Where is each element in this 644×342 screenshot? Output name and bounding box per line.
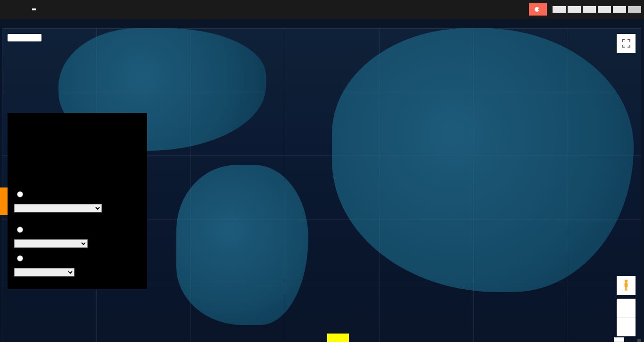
zoom-out-button[interactable] [617, 318, 636, 336]
patreon-icon [535, 7, 539, 12]
sidebar-toggle[interactable] [0, 187, 8, 215]
radio-event[interactable] [17, 227, 23, 233]
radio-event-row[interactable] [14, 226, 140, 234]
bottom-plus-button[interactable] [327, 334, 349, 342]
login-button[interactable] [613, 6, 626, 13]
contact-button[interactable] [583, 6, 596, 13]
become-patron-button[interactable] [529, 3, 547, 16]
header-nav [529, 3, 641, 16]
select-time[interactable] [14, 268, 74, 277]
pegman-control[interactable] [617, 276, 636, 295]
pegman-icon [621, 279, 631, 292]
signup-button[interactable] [628, 6, 641, 13]
radio-object-row[interactable] [14, 190, 140, 198]
zoom-controls [617, 299, 636, 336]
zoom-in-button[interactable] [617, 299, 636, 318]
tab-satellite[interactable] [25, 34, 41, 41]
date-section [24, 8, 36, 10]
fullscreen-button[interactable] [617, 34, 636, 53]
radio-object[interactable] [17, 191, 23, 197]
header-bar [0, 0, 644, 19]
historic-world-date [32, 8, 36, 10]
radio-time[interactable] [17, 255, 23, 261]
svg-rect-1 [625, 283, 628, 287]
sidebar-title [14, 123, 140, 183]
fullscreen-icon [622, 39, 630, 48]
references-button[interactable] [598, 6, 611, 13]
svg-point-0 [625, 280, 627, 283]
sidebar-panel [8, 113, 147, 289]
map-type-tabs [8, 34, 41, 41]
svg-rect-3 [627, 287, 627, 291]
tutorial-button[interactable] [553, 6, 566, 13]
svg-rect-2 [625, 287, 626, 291]
radio-time-row[interactable] [14, 254, 140, 262]
about-button[interactable] [568, 6, 581, 13]
hp-support-notification[interactable] [614, 337, 624, 342]
select-event[interactable] [14, 239, 88, 248]
tab-map[interactable] [8, 34, 25, 41]
select-object[interactable] [14, 204, 102, 212]
inicio-stub [637, 339, 641, 342]
